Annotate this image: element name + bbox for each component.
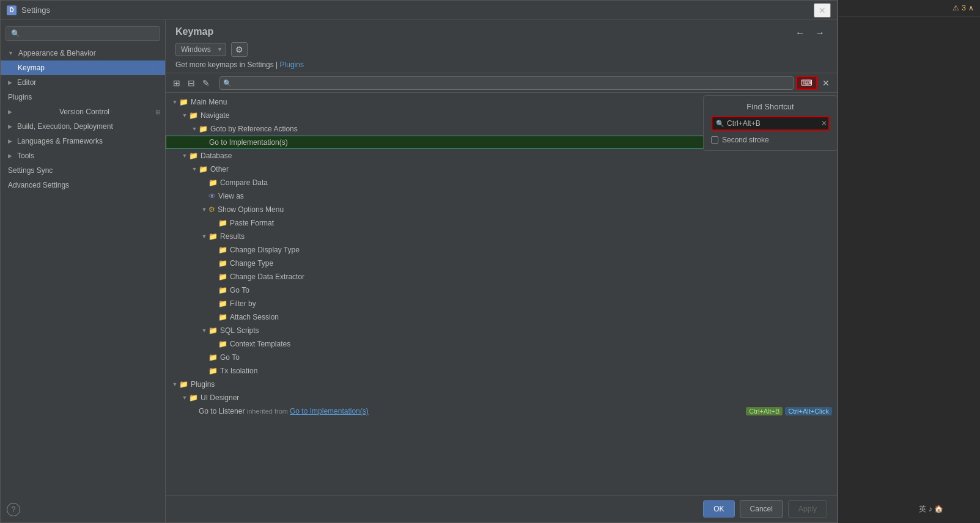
- tree-item-plugins[interactable]: ▼ 📁 Plugins: [166, 378, 837, 391]
- sidebar-item-label: Tools: [17, 152, 34, 160]
- tree-search-input[interactable]: [219, 76, 794, 90]
- item-label: Go To: [220, 353, 832, 362]
- tree-item-other[interactable]: ▼ 📁 Other: [166, 163, 837, 176]
- sidebar-item-version-control[interactable]: Version Control ⊞: [1, 104, 165, 119]
- right-side-panel: ⚠ 3 ∧: [838, 0, 980, 523]
- toggle-icon: ▼: [171, 99, 179, 105]
- close-search-button[interactable]: ✕: [820, 77, 832, 89]
- sidebar-item-label: Version Control: [59, 108, 109, 116]
- toggle-icon: ▼: [180, 395, 189, 401]
- tree-item-sql-scripts[interactable]: ▼ 📁 SQL Scripts: [166, 324, 837, 337]
- folder-icon: 📁: [218, 286, 227, 294]
- plugins-link[interactable]: Plugins: [280, 60, 304, 69]
- tree-item-context-templates[interactable]: 📁 Context Templates: [166, 337, 837, 351]
- shortcut-badge-1: Ctrl+Alt+B: [746, 407, 783, 415]
- item-label: Go to Implementation(s): [209, 138, 776, 147]
- sidebar-item-appearance[interactable]: Appearance & Behavior: [1, 46, 165, 60]
- sidebar-item-label: Appearance & Behavior: [18, 49, 96, 57]
- toggle-icon: ▼: [200, 207, 208, 213]
- sidebar-item-advanced[interactable]: Advanced Settings: [1, 178, 165, 192]
- sidebar-search-input[interactable]: [6, 26, 160, 41]
- toggle-icon: ▼: [200, 327, 208, 334]
- edit-shortcut-button[interactable]: ✎: [200, 77, 212, 89]
- sidebar-item-settings-sync[interactable]: Settings Sync: [1, 163, 165, 178]
- folder-icon: 📁: [189, 111, 198, 120]
- item-label: UI Designer: [201, 393, 832, 402]
- item-label: Tx Isolation: [220, 367, 832, 375]
- sidebar-item-build[interactable]: Build, Execution, Deployment: [1, 119, 165, 134]
- expand-notifications-icon[interactable]: ∧: [968, 4, 974, 12]
- sidebar-item-label: Editor: [17, 78, 36, 87]
- item-label: Other: [210, 165, 832, 174]
- tree-item-filter-by[interactable]: 📁 Filter by: [166, 297, 837, 310]
- warning-badge: ⚠ 3 ∧: [952, 4, 974, 12]
- folder-icon: 📁: [199, 165, 208, 174]
- cancel-button[interactable]: Cancel: [740, 500, 783, 518]
- sidebar-item-editor[interactable]: Editor: [1, 75, 165, 90]
- nav-forward-button[interactable]: →: [812, 26, 827, 40]
- tree-content[interactable]: ▼ 📁 Main Menu ▼ 📁 Navigate ▼ 📁 Goto by R…: [166, 93, 837, 495]
- collapse-all-button[interactable]: ⊟: [185, 77, 197, 89]
- item-label: Plugins: [191, 380, 832, 389]
- nav-back-button[interactable]: ←: [793, 26, 808, 40]
- item-label: Paste Format: [230, 219, 832, 227]
- item-label: Context Templates: [230, 340, 832, 348]
- shortcut-input[interactable]: [727, 119, 819, 128]
- tree-item-goto[interactable]: 📁 Go To: [166, 283, 837, 297]
- item-label: Compare Data: [220, 178, 832, 187]
- tree-item-paste-format[interactable]: 📁 Paste Format: [166, 216, 837, 230]
- keymap-dropdown-wrapper: Windows macOS Linux: [175, 43, 226, 56]
- second-stroke-checkbox[interactable]: [711, 136, 718, 144]
- bottom-bar: OK Cancel Apply: [166, 495, 837, 522]
- tree-item-attach-session[interactable]: 📁 Attach Session: [166, 310, 837, 324]
- tree-item-change-type[interactable]: 📁 Change Type: [166, 257, 837, 270]
- keymap-gear-button[interactable]: ⚙: [231, 42, 248, 57]
- inherited-text: inherited from: [247, 408, 290, 415]
- keymap-dropdown[interactable]: Windows macOS Linux: [175, 43, 226, 56]
- ok-button[interactable]: OK: [703, 500, 734, 518]
- folder-icon: 📁: [208, 178, 218, 187]
- sidebar-item-languages[interactable]: Languages & Frameworks: [1, 134, 165, 148]
- sidebar-item-label: Advanced Settings: [8, 181, 69, 189]
- item-label: Show Options Menu: [218, 205, 832, 214]
- folder-icon: ⚙: [208, 205, 215, 214]
- tree-item-goto-listener[interactable]: Go to Listener inherited from Go to Impl…: [166, 404, 837, 418]
- sidebar-item-plugins[interactable]: Plugins: [1, 90, 165, 104]
- folder-icon: 📁: [179, 98, 188, 106]
- tree-item-ui-designer[interactable]: ▼ 📁 UI Designer: [166, 391, 837, 404]
- find-shortcut-title: Find Shortcut: [711, 102, 830, 111]
- sidebar-item-keymap[interactable]: Keymap: [1, 60, 165, 75]
- panel-title: Keymap: [175, 26, 213, 37]
- language-indicator: 英 ♪ 🏠: [919, 504, 943, 514]
- tree-item-results[interactable]: ▼ 📁 Results: [166, 230, 837, 243]
- folder-icon: 📁: [218, 219, 227, 227]
- inherited-link[interactable]: Go to Implementation(s): [290, 407, 369, 415]
- window-title: Settings: [21, 5, 50, 15]
- tree-item-tx-isolation[interactable]: 📁 Tx Isolation: [166, 364, 837, 378]
- tree-item-compare-data[interactable]: 📁 Compare Data: [166, 176, 837, 189]
- shortcut-clear-button[interactable]: ✕: [821, 119, 827, 128]
- tree-item-change-display[interactable]: 📁 Change Display Type: [166, 243, 837, 257]
- sidebar-item-label: Languages & Frameworks: [17, 137, 103, 145]
- tree-item-show-options[interactable]: ▼ ⚙ Show Options Menu: [166, 203, 837, 216]
- tree-item-change-data-ext[interactable]: 📁 Change Data Extractor: [166, 270, 837, 283]
- keymap-links: Get more keymaps in Settings | Plugins: [175, 60, 827, 69]
- expand-all-button[interactable]: ⊞: [171, 77, 183, 89]
- window-close-button[interactable]: ✕: [814, 3, 831, 18]
- tree-item-goto2[interactable]: 📁 Go To: [166, 351, 837, 364]
- warning-triangle-icon: ⚠: [952, 4, 959, 12]
- apply-button[interactable]: Apply: [788, 500, 827, 518]
- tree-item-database[interactable]: ▼ 📁 Database: [166, 149, 837, 163]
- settings-window: D Settings ✕ Appearance & Behavior Keyma…: [0, 0, 838, 523]
- item-label: View as: [218, 192, 832, 200]
- tree-item-view-as[interactable]: 👁 View as: [166, 189, 837, 203]
- help-button[interactable]: ?: [7, 503, 20, 516]
- find-shortcut-toggle-button[interactable]: ⌨: [796, 76, 817, 90]
- item-label: Database: [201, 152, 832, 160]
- folder-icon: 📁: [208, 326, 218, 335]
- item-label: Go To: [230, 286, 832, 294]
- sidebar-item-tools[interactable]: Tools: [1, 148, 165, 163]
- second-stroke-label: Second stroke: [722, 136, 769, 144]
- item-label: SQL Scripts: [220, 326, 832, 335]
- shortcut-badges: Ctrl+Alt+B Ctrl+Alt+Click: [746, 407, 832, 415]
